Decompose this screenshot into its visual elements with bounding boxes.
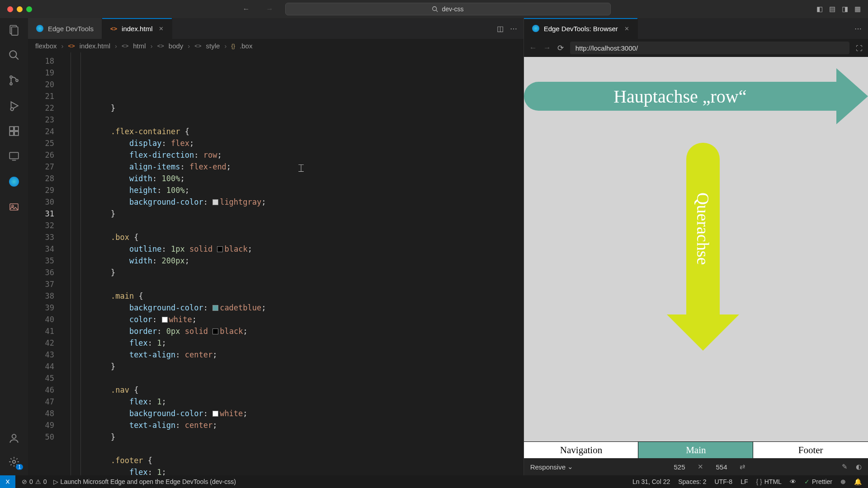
tab-label: Edge DevTools bbox=[48, 25, 94, 33]
source-control-icon[interactable] bbox=[8, 74, 20, 87]
layout-panel-right-icon[interactable]: ◨ bbox=[842, 5, 848, 13]
image-preview-icon[interactable] bbox=[8, 201, 20, 213]
svg-rect-12 bbox=[9, 131, 14, 136]
svg-point-20 bbox=[13, 460, 16, 464]
address-bar[interactable] bbox=[570, 42, 849, 54]
debug-icon[interactable] bbox=[8, 99, 20, 112]
emulate-css-icon[interactable]: ◐ bbox=[856, 463, 862, 471]
svg-rect-13 bbox=[14, 131, 19, 136]
svg-point-4 bbox=[9, 51, 16, 57]
cross-axis-arrow: Querachse bbox=[667, 143, 739, 351]
code-area[interactable]: ⌶ } .flex-container { display: flex; fle… bbox=[63, 52, 524, 475]
inspect-element-icon[interactable]: ⛶ bbox=[856, 44, 863, 52]
close-tab-button[interactable]: ✕ bbox=[159, 25, 164, 32]
tab-label: Edge DevTools: Browser bbox=[544, 25, 618, 33]
tab-label: index.html bbox=[122, 25, 152, 33]
cursor-position[interactable]: Ln 31, Col 22 bbox=[632, 478, 670, 485]
search-icon[interactable] bbox=[8, 49, 20, 61]
main-axis-label: Hauptachse „row“ bbox=[613, 86, 746, 107]
nav-back-button[interactable]: ← bbox=[238, 3, 255, 15]
browser-toolbar: ← → ⟳ ⛶ bbox=[524, 39, 868, 57]
remote-explorer-icon[interactable] bbox=[8, 150, 20, 163]
titlebar: ← → dev-css ◧ ▤ ◨ ▦ bbox=[0, 0, 868, 18]
demo-footer-cell: Footer bbox=[753, 442, 868, 458]
maximize-window-button[interactable] bbox=[26, 6, 32, 12]
feedback-icon[interactable]: ⊕ bbox=[840, 478, 846, 485]
window-controls bbox=[7, 6, 32, 12]
bc-segment[interactable]: style bbox=[206, 42, 220, 50]
extensions-icon[interactable] bbox=[8, 125, 20, 137]
search-title: dev-css bbox=[442, 5, 463, 13]
bc-segment[interactable]: .box bbox=[240, 42, 252, 50]
svg-rect-15 bbox=[9, 152, 19, 159]
bc-segment[interactable]: body bbox=[169, 42, 184, 50]
editor-pane: flexbox› <>index.html› <>html› <>body› <… bbox=[28, 39, 524, 475]
flex-demo-row: Navigation Main Footer bbox=[524, 442, 868, 458]
breadcrumb[interactable]: flexbox› <>index.html› <>html› <>body› <… bbox=[28, 39, 524, 52]
notifications-icon[interactable]: 🔔 bbox=[854, 478, 862, 485]
prettier-status[interactable]: ✓ Prettier bbox=[804, 478, 832, 485]
viewport-width[interactable]: 525 bbox=[670, 463, 689, 471]
gutter: 1819202122232425262728293031323334353637… bbox=[28, 52, 63, 475]
svg-point-0 bbox=[433, 7, 437, 11]
encoding[interactable]: UTF-8 bbox=[714, 478, 732, 485]
main-axis-arrow: Hauptachse „row“ bbox=[524, 71, 868, 121]
close-tab-button[interactable]: ✕ bbox=[624, 25, 629, 32]
device-toolbar: Responsive ⌄ 525 ✕ 554 ⇄ ✎ ◐ bbox=[524, 458, 868, 475]
more-actions-icon[interactable]: ⋯ bbox=[854, 24, 862, 33]
browser-forward-button[interactable]: → bbox=[543, 43, 551, 52]
browser-back-button[interactable]: ← bbox=[529, 43, 537, 52]
svg-point-7 bbox=[10, 83, 12, 85]
split-editor-icon[interactable]: ◫ bbox=[497, 24, 504, 33]
edge-icon bbox=[532, 25, 539, 32]
activity-bar bbox=[0, 18, 28, 475]
edge-tools-icon[interactable] bbox=[8, 175, 20, 188]
screenshot-icon[interactable]: ✎ bbox=[842, 463, 848, 471]
dimension-separator: ✕ bbox=[698, 463, 703, 471]
live-preview-icon[interactable]: 👁 bbox=[790, 478, 796, 485]
tab-index-html[interactable]: <> index.html ✕ bbox=[102, 18, 173, 39]
layout-panel-bottom-icon[interactable]: ▤ bbox=[829, 5, 835, 13]
rotate-device-icon[interactable]: ⇄ bbox=[740, 463, 745, 471]
device-select[interactable]: Responsive ⌄ bbox=[530, 463, 573, 471]
minimize-window-button[interactable] bbox=[17, 6, 23, 12]
nav-forward-button[interactable]: → bbox=[262, 3, 278, 15]
cross-axis-label: Querachse bbox=[693, 192, 713, 265]
browser-reload-button[interactable]: ⟳ bbox=[557, 43, 564, 53]
svg-point-6 bbox=[10, 76, 12, 78]
bc-segment[interactable]: flexbox bbox=[35, 42, 57, 50]
demo-nav-cell: Navigation bbox=[524, 442, 639, 458]
layout-customize-icon[interactable]: ▦ bbox=[854, 5, 861, 13]
explorer-icon[interactable] bbox=[8, 23, 20, 36]
close-window-button[interactable] bbox=[7, 6, 13, 12]
command-center-search[interactable]: dev-css bbox=[285, 3, 611, 15]
svg-rect-14 bbox=[14, 127, 19, 131]
code-editor[interactable]: 1819202122232425262728293031323334353637… bbox=[28, 52, 524, 475]
svg-rect-3 bbox=[12, 27, 18, 35]
browser-viewport[interactable]: Hauptachse „row“ Querachse Navigation Ma… bbox=[524, 57, 868, 458]
viewport-height[interactable]: 554 bbox=[712, 463, 731, 471]
eol[interactable]: LF bbox=[741, 478, 748, 485]
editor-tabs: Edge DevTools <> index.html ✕ ◫ ⋯ Edge D… bbox=[28, 18, 868, 39]
more-actions-icon[interactable]: ⋯ bbox=[510, 24, 517, 33]
html-file-icon: <> bbox=[110, 25, 117, 32]
search-icon bbox=[432, 6, 438, 12]
bc-segment[interactable]: index.html bbox=[80, 42, 110, 50]
demo-main-cell: Main bbox=[638, 442, 753, 458]
indentation[interactable]: Spaces: 2 bbox=[678, 478, 706, 485]
tab-edge-devtools[interactable]: Edge DevTools bbox=[28, 18, 102, 39]
svg-point-10 bbox=[10, 108, 14, 111]
bc-segment[interactable]: html bbox=[133, 42, 146, 50]
svg-rect-11 bbox=[9, 127, 14, 131]
account-icon[interactable] bbox=[8, 432, 20, 445]
svg-point-8 bbox=[16, 80, 18, 82]
remote-indicator[interactable] bbox=[0, 475, 15, 488]
problems-indicator[interactable]: ⊘0 ⚠0 bbox=[22, 478, 47, 485]
tab-edge-browser[interactable]: Edge DevTools: Browser ✕ bbox=[524, 18, 638, 39]
settings-gear-icon[interactable] bbox=[8, 455, 20, 468]
language-mode[interactable]: { } HTML bbox=[756, 478, 782, 485]
layout-panel-left-icon[interactable]: ◧ bbox=[816, 5, 823, 13]
launch-devtools-action[interactable]: ▷ Launch Microsoft Edge and open the Edg… bbox=[53, 478, 236, 485]
browser-preview-pane: ← → ⟳ ⛶ Hauptachse „row“ Querachse bbox=[524, 39, 868, 475]
svg-line-1 bbox=[436, 10, 438, 12]
